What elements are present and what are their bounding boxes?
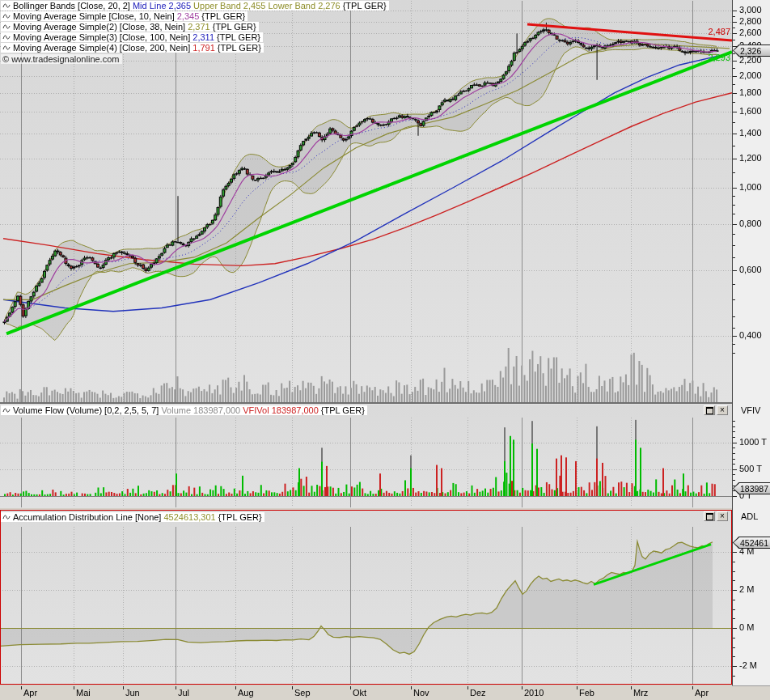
x-axis-month-label: Mrz [633,688,648,698]
indicator-wave-icon [2,13,11,20]
x-axis-month-label: Mai [76,688,91,698]
maximize-icon [706,407,713,414]
legend-ma100[interactable]: Moving Average Simple(3) [Close, 100, Ne… [1,32,263,42]
legend-text-segment: {TPL GER} [217,32,260,42]
price-axis-tick-label: 2,800 [739,16,762,26]
copyright-text: © www.tradesignalonline.com [1,54,122,64]
indicator-wave-icon [2,2,11,10]
indicator-wave-icon [2,514,11,521]
legend-text-segment: Bollinger Bands [Close, 20, 2] [13,1,130,11]
vfiv-panel-header[interactable]: Volume Flow (Volume) [0,2, 2,5, 5, 7] Vo… [1,405,367,415]
close-icon: × [720,512,725,520]
legend-text-segment: VFIVol 183987,000 [243,405,319,415]
vfiv-axis-tick-label: 500 T [739,464,762,473]
adl-axis-tick-label: -2 M [739,660,757,670]
vfiv-panel-plot[interactable] [0,405,732,508]
adl-close-button[interactable]: × [717,511,728,521]
adl-maximize-button[interactable] [704,511,715,521]
adl-panel-header[interactable]: Accumulation Distribution Line [None] 45… [1,512,264,522]
vfiv-axis-title: VFIV [741,405,760,415]
x-axis-month-label: Okt [353,688,366,698]
legend-text-segment: Upper Band 2,455 [193,1,265,11]
vfiv-close-button[interactable]: × [717,405,728,415]
price-axis-tick-label: 1,200 [739,153,762,163]
x-axis-month-label: Apr [695,688,709,698]
legend-ma200[interactable]: Moving Average Simple(4) [Close, 200, Ne… [1,43,264,53]
legend-text-segment: {TPL GER} [213,22,256,32]
vfiv-maximize-button[interactable] [704,405,715,415]
x-axis-month-label: Dez [470,688,486,698]
legend-ma38[interactable]: Moving Average Simple(2) [Close, 38, Nei… [1,22,259,32]
vfiv-axis-tick-label: 1000 T [739,437,767,447]
legend-text-segment: Moving Average Simple(4) [Close, 200, Ne… [13,43,190,53]
price-axis-tick-label: 0,800 [739,218,762,228]
legend-text-segment: {TPL GER} [201,11,245,21]
legend-text-segment: Volume Flow (Volume) [0,2, 2,5, 5, 7] [13,405,159,415]
legend-text-segment: 2,371 [188,22,210,32]
legend-bollinger-bands[interactable]: Bollinger Bands [Close, 20, 2] Mid Line … [1,1,389,11]
close-icon: × [720,406,725,414]
price-axis-tick-label: 2,000 [739,70,762,80]
x-axis-month-label: 2010 [524,688,544,698]
indicator-wave-icon [2,23,11,31]
legend-text-segment: Lower Band 2,276 [268,1,340,11]
x-axis-month-label: Apr [23,688,37,698]
x-axis-month-label: Aug [238,688,254,698]
adl-axis-title: ADL [741,511,758,521]
price-axis-tick-label: 1,600 [739,106,762,116]
indicator-wave-icon [2,45,11,52]
x-axis-month-label: Jun [125,688,140,698]
vfiv-value-tag: 183987 [733,482,770,494]
price-axis-tick-label: 1,400 [739,128,762,138]
legend-text-segment: {TPL GER} [218,43,261,53]
adl-axis-tick-label: 2 M [739,584,754,594]
price-axis-tick-label: 2,600 [739,28,762,37]
legend-text-segment: 1,791 [192,43,215,53]
adl-panel-plot[interactable] [0,510,732,685]
adl-value-tag: 452461 [733,537,770,549]
chart-window: Bollinger Bands [Close, 20, 2] Mid Line … [0,0,770,700]
price-axis-tick-label: 1,800 [739,87,762,97]
price-axis-tick-label: 0,600 [739,265,762,274]
price-axis-tick-label: 3,000 [739,5,762,15]
resistance-line-label: 2,487 [708,27,730,36]
legend-text-segment: Mid Line 2,365 [133,1,191,11]
support-line-label: 2,293 [708,53,730,62]
price-axis-tick-label: 0,400 [739,330,762,340]
legend-text-segment: 4524613,301 [163,512,215,522]
legend-text-segment: Moving Average Simple(2) [Close, 38, Nei… [13,22,185,32]
legend-text-segment: 2,311 [192,32,214,42]
legend-text-segment: 2,345 [177,11,200,21]
x-axis-month-label: Sep [294,688,311,698]
legend-text-segment: Volume 183987,000 [161,405,240,415]
legend-text-segment: Moving Average Simple(3) [Close, 100, Ne… [13,32,190,42]
x-axis-month-label: Feb [579,688,594,698]
indicator-wave-icon [2,407,11,414]
legend-text-segment: {TPL GER} [343,1,387,11]
last-price-tag: 2,326 [733,45,770,57]
x-axis-month-label: Jul [178,688,189,698]
legend-text-segment: Accumulation Distribution Line [None] [13,512,161,522]
price-axis-tick-label: 1,000 [739,182,762,192]
legend-ma10[interactable]: Moving Average Simple [Close, 10, Nein] … [1,11,248,21]
indicator-wave-icon [2,34,11,41]
maximize-icon [706,513,713,520]
legend-text-segment: {TPL GER} [218,512,262,522]
legend-text-segment: Moving Average Simple [Close, 10, Nein] [13,11,175,21]
adl-axis-tick-label: 0 M [739,622,754,632]
x-axis-month-label: Nov [413,688,429,698]
legend-text-segment: {TPL GER} [321,405,365,415]
